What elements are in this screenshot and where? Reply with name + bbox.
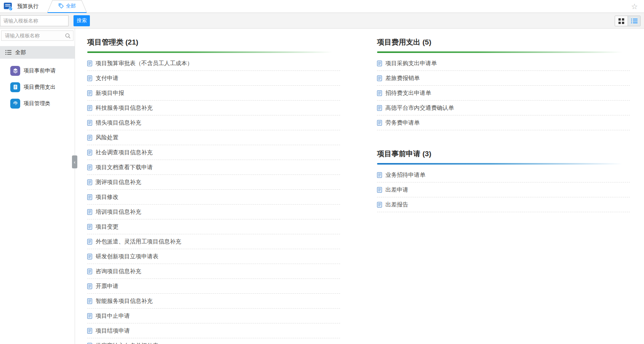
template-item-label: 项目修改 xyxy=(96,194,118,201)
sidebar-collapse-handle[interactable]: ‹ xyxy=(72,155,77,168)
template-list-item[interactable]: 支付申请 xyxy=(87,71,340,86)
template-list-item[interactable]: 出差申请 xyxy=(377,182,630,197)
template-item-label: 外包派遣、灵活用工项目信息补充 xyxy=(96,238,181,245)
template-board: 项目管理类 (21) 项目预算审批表（不含员工人工成本） 支付申请 xyxy=(75,29,644,344)
search-row: 搜索 xyxy=(0,13,644,29)
list-view-button[interactable] xyxy=(628,16,640,26)
template-item-label: 劳务费申请单 xyxy=(385,119,420,126)
document-icon xyxy=(377,187,382,193)
template-item-label: 支付申请 xyxy=(96,75,118,82)
template-list-item[interactable]: 培训项目信息补充 xyxy=(87,205,340,219)
document-icon xyxy=(87,313,92,319)
template-list-item[interactable]: 测评项目信息补充 xyxy=(87,175,340,190)
section-accent-bar xyxy=(87,51,340,53)
section-title: 项目费用支出 (5) xyxy=(377,38,630,47)
sidebar-item-all[interactable]: 全部 xyxy=(0,46,75,59)
section-item-list: 业务招待申请单 出差申请 出差报告 xyxy=(377,168,630,212)
document-icon xyxy=(377,120,382,126)
template-item-label: 猎头项目信息补充 xyxy=(96,119,141,126)
template-item-label: 招待费支出申请单 xyxy=(385,90,431,97)
template-list-item[interactable]: 风险处置 xyxy=(87,130,340,145)
budget-form-icon xyxy=(3,2,13,11)
template-list-item[interactable]: 项目预算审批表（不含员工人工成本） xyxy=(87,56,340,71)
document-icon xyxy=(87,75,92,81)
template-list-item[interactable]: 外包派遣、灵活用工项目信息补充 xyxy=(87,234,340,249)
document-icon xyxy=(87,90,92,96)
template-list-item[interactable]: 差旅费报销单 xyxy=(377,71,630,86)
template-item-label: 出差申请 xyxy=(385,186,408,194)
template-list-item[interactable]: 劳务费申请单 xyxy=(377,115,630,130)
list-view-icon xyxy=(631,18,638,24)
template-item-label: 供应商纳入白名单评估表 xyxy=(96,342,158,344)
template-item-label: 业务招待申请单 xyxy=(385,171,425,179)
template-list-item[interactable]: 项目采购支出申请单 xyxy=(377,56,630,71)
grid-view-button[interactable] xyxy=(615,16,628,26)
template-list-item[interactable]: 项目中止申请 xyxy=(87,309,340,323)
template-item-label: 项目采购支出申请单 xyxy=(385,60,437,67)
search-icon xyxy=(65,33,70,40)
template-list-item[interactable]: 供应商纳入白名单评估表 xyxy=(87,338,340,344)
document-icon xyxy=(10,82,20,92)
template-list-item[interactable]: 出差报告 xyxy=(377,197,630,212)
template-list-item[interactable]: 项目结项申请 xyxy=(87,323,340,338)
tag-icon xyxy=(58,3,64,9)
document-icon xyxy=(377,202,382,208)
tab-all-label: 全部 xyxy=(66,3,76,10)
template-list-item[interactable]: 研发创新项目立项申请表 xyxy=(87,249,340,264)
template-item-label: 差旅费报销单 xyxy=(385,75,420,82)
template-list-item[interactable]: 新项目申报 xyxy=(87,86,340,101)
sidebar-item-management[interactable]: 项目管理类 xyxy=(0,95,75,112)
sidebar-category-label: 项目管理类 xyxy=(24,100,50,107)
document-icon xyxy=(377,61,382,66)
document-icon xyxy=(87,135,92,141)
template-list-item[interactable]: 项目变更 xyxy=(87,219,340,234)
template-item-label: 培训项目信息补充 xyxy=(96,208,141,216)
template-list-item[interactable]: 业务招待申请单 xyxy=(377,168,630,182)
template-list-item[interactable]: 社会调查项目信息补充 xyxy=(87,145,340,160)
template-item-label: 新项目申报 xyxy=(96,90,124,97)
document-icon xyxy=(377,172,382,178)
template-list-item[interactable]: 咨询项目信息补充 xyxy=(87,264,340,279)
document-icon xyxy=(87,328,92,334)
template-section: 项目事前申请 (3) 业务招待申请单 出差申请 xyxy=(377,149,630,212)
template-list-item[interactable]: 招待费支出申请单 xyxy=(377,86,630,101)
document-icon xyxy=(87,61,92,66)
tab-bar: 预算执行 全部 ☆ xyxy=(0,0,644,13)
section-accent-bar xyxy=(377,51,630,53)
app-title: 预算执行 xyxy=(17,3,38,10)
sidebar-category-label: 项目费用支出 xyxy=(24,84,56,91)
template-section: 项目费用支出 (5) 项目采购支出申请单 差旅费报销单 xyxy=(377,38,630,130)
sidebar-category-label: 项目事前申请 xyxy=(24,67,56,74)
template-item-label: 项目变更 xyxy=(96,223,118,230)
layers-icon xyxy=(10,66,20,76)
section-title: 项目管理类 (21) xyxy=(87,38,340,47)
sidebar-item-expense[interactable]: 项目费用支出 xyxy=(0,79,75,95)
template-list-item[interactable]: 智能服务项目信息补充 xyxy=(87,294,340,309)
section-item-list: 项目预算审批表（不含员工人工成本） 支付申请 新项目申报 xyxy=(87,56,340,344)
document-icon xyxy=(87,194,92,200)
sidebar-item-pre-application[interactable]: 项目事前申请 xyxy=(0,62,75,79)
document-icon xyxy=(377,90,382,96)
section-item-list: 项目采购支出申请单 差旅费报销单 招待费支出申请单 xyxy=(377,56,630,130)
tab-all[interactable]: 全部 xyxy=(47,0,87,13)
document-icon xyxy=(87,150,92,155)
template-item-label: 研发创新项目立项申请表 xyxy=(96,253,158,260)
template-list-item[interactable]: 高德平台市内交通费确认单 xyxy=(377,101,630,115)
template-search-input[interactable] xyxy=(0,15,69,26)
sidebar: 全部 项目事前申请 xyxy=(0,29,75,344)
document-icon xyxy=(377,105,382,111)
template-item-label: 智能服务项目信息补充 xyxy=(96,298,153,305)
sidebar-category-list: 项目事前申请 项目费用支出 xyxy=(0,59,75,112)
template-list-item[interactable]: 开票申请 xyxy=(87,279,340,294)
search-button[interactable]: 搜索 xyxy=(74,15,90,26)
template-item-label: 风险处置 xyxy=(96,134,118,141)
template-list-item[interactable]: 科技服务项目信息补充 xyxy=(87,101,340,115)
template-list-item[interactable]: 项目修改 xyxy=(87,190,340,205)
document-icon xyxy=(377,75,382,81)
template-list-item[interactable]: 猎头项目信息补充 xyxy=(87,115,340,130)
section-title: 项目事前申请 (3) xyxy=(377,149,630,158)
template-list-item[interactable]: 项目文档查看下载申请 xyxy=(87,160,340,175)
document-icon xyxy=(87,224,92,230)
favorite-star-icon[interactable]: ☆ xyxy=(631,2,638,11)
document-icon xyxy=(87,298,92,304)
